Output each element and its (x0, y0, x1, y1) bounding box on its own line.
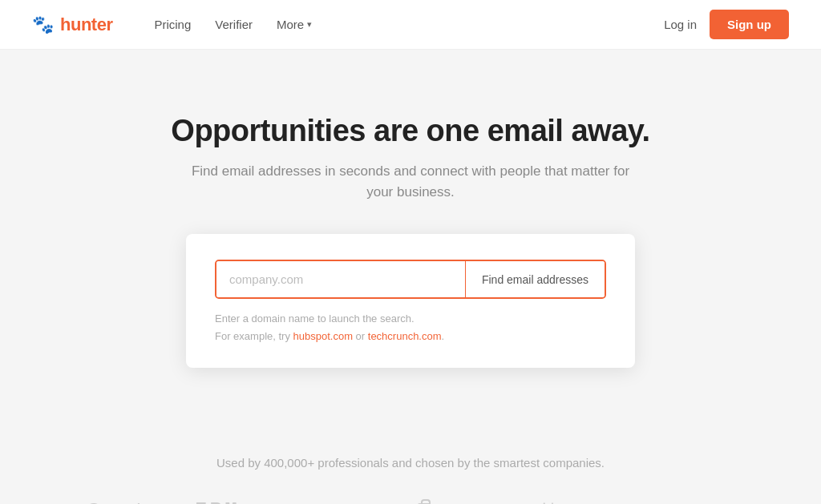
search-hint-line1: Enter a domain name to launch the search… (215, 310, 606, 328)
hero-subtitle: Find email addresses in seconds and conn… (186, 161, 635, 202)
search-row: Find email addresses (215, 260, 606, 299)
navbar: 🐾 hunter Pricing Verifier More ▾ Log in … (0, 0, 821, 50)
search-card: Find email addresses Enter a domain name… (186, 234, 635, 368)
ibm-logo: IBM (195, 498, 240, 504)
techcrunch-link[interactable]: techcrunch.com (368, 330, 442, 342)
nav-links: Pricing Verifier More ▾ (144, 13, 664, 36)
social-proof-text: Used by 400,000+ professionals and chose… (216, 456, 605, 470)
nav-more[interactable]: More ▾ (267, 13, 322, 36)
hero-section: Opportunities are one email away. Find e… (0, 50, 821, 416)
chevron-down-icon: ▾ (307, 19, 312, 30)
logo-link[interactable]: 🐾 hunter (32, 14, 112, 35)
search-hint-line2: For example, try hubspot.com or techcrun… (215, 328, 606, 345)
logos-row: Google IBM Microsoft shopify Adobe ORACL… (87, 498, 735, 504)
adobe-logo: Adobe (539, 501, 617, 504)
social-proof-section: Used by 400,000+ professionals and chose… (0, 416, 821, 504)
login-button[interactable]: Log in (664, 18, 697, 31)
logo-icon: 🐾 (32, 14, 54, 35)
signup-button[interactable]: Sign up (710, 10, 789, 39)
search-hint: Enter a domain name to launch the search… (215, 310, 606, 345)
domain-search-input[interactable] (216, 261, 465, 297)
nav-actions: Log in Sign up (664, 10, 789, 39)
nav-verifier[interactable]: Verifier (205, 13, 262, 36)
nav-pricing[interactable]: Pricing (144, 13, 200, 36)
hero-title: Opportunities are one email away. (171, 114, 649, 148)
google-logo: Google (87, 499, 153, 504)
find-emails-button[interactable]: Find email addresses (465, 261, 605, 297)
logo-text: hunter (60, 14, 112, 35)
shopify-logo: shopify (418, 501, 498, 504)
hubspot-link[interactable]: hubspot.com (293, 330, 353, 342)
